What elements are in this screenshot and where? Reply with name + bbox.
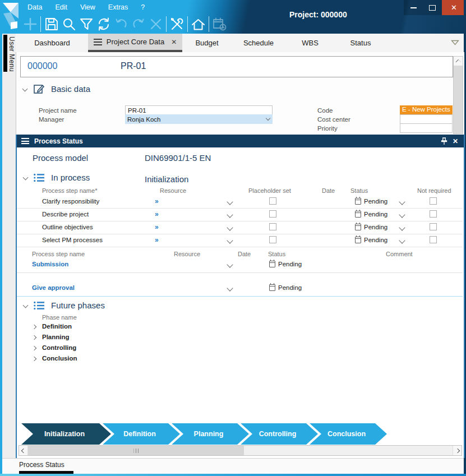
tools-button[interactable] <box>168 16 186 33</box>
app-logo-icon <box>1 1 22 32</box>
collapse-chevron-icon[interactable] <box>22 86 28 92</box>
resource-dropdown-icon[interactable] <box>227 261 233 267</box>
collapse-chevron-icon[interactable] <box>23 175 29 181</box>
tab-status[interactable]: Status <box>335 34 386 52</box>
resource-dropdown-icon[interactable] <box>227 198 233 205</box>
horizontal-scrollbar[interactable] <box>19 445 462 456</box>
status-field[interactable]: Pending <box>355 197 387 205</box>
tab-label: Budget <box>195 39 218 47</box>
expand-chevron-icon[interactable] <box>32 325 36 329</box>
bottom-tab-process-status[interactable]: Process Status <box>19 461 64 469</box>
vertical-scrollbar[interactable] <box>453 56 463 134</box>
status-dropdown-icon[interactable] <box>399 224 405 230</box>
panel-menu-icon[interactable] <box>21 137 29 146</box>
minimize-icon <box>410 7 417 8</box>
resource-link-icon[interactable]: » <box>155 236 159 244</box>
cost-center-input[interactable] <box>400 114 453 124</box>
flow-phase-controlling[interactable]: Controlling <box>241 423 318 445</box>
scrollbar-thumb[interactable] <box>454 66 463 133</box>
cancel-button[interactable] <box>147 16 164 33</box>
resource-link-icon[interactable]: » <box>155 223 159 231</box>
placeholder-checkbox[interactable] <box>269 197 276 205</box>
flow-phase-initialization[interactable]: Initialization <box>21 423 111 445</box>
menu-data[interactable]: Data <box>25 3 45 12</box>
status-dropdown-icon[interactable] <box>399 237 405 243</box>
redo-button[interactable] <box>130 16 147 33</box>
resource-dropdown-icon[interactable] <box>227 285 233 291</box>
panel-header[interactable]: Process Status ✕ <box>17 135 464 147</box>
resource-link-icon[interactable]: » <box>155 197 159 205</box>
status-field[interactable]: Pending <box>269 284 302 291</box>
tab-overflow-icon[interactable] <box>451 40 459 45</box>
search-button[interactable] <box>60 16 77 33</box>
add-button[interactable] <box>21 16 39 33</box>
priority-input[interactable] <box>400 123 453 133</box>
expand-chevron-icon[interactable] <box>32 346 36 350</box>
not-required-checkbox[interactable] <box>430 197 437 205</box>
status-dropdown-icon[interactable] <box>399 211 405 218</box>
project-core-data-view: 000000 PR-01 Basic data Project name Man… <box>16 52 464 135</box>
menu-extras[interactable]: Extras <box>105 3 131 12</box>
home-button[interactable] <box>190 16 207 33</box>
maximize-button[interactable] <box>423 0 442 15</box>
not-required-checkbox[interactable] <box>430 210 437 218</box>
tab-label: WBS <box>302 39 319 47</box>
resource-link-icon[interactable]: » <box>155 210 159 218</box>
tab-dashboard[interactable]: Dashboard <box>24 34 80 52</box>
status-dropdown-icon[interactable] <box>399 198 405 205</box>
collapse-chevron-icon[interactable] <box>23 303 29 308</box>
flow-phase-definition[interactable]: Definition <box>103 423 180 445</box>
tab-menu-icon[interactable] <box>94 37 102 47</box>
save-button[interactable] <box>43 16 60 33</box>
status-field[interactable]: Pending <box>355 236 387 243</box>
flow-phase-conclusion[interactable]: Conclusion <box>310 423 387 445</box>
tab-wbs[interactable]: WBS <box>285 34 335 52</box>
close-button[interactable]: ✕ <box>442 0 466 15</box>
menu-edit[interactable]: Edit <box>52 3 70 12</box>
not-required-checkbox[interactable] <box>430 223 437 230</box>
resource-dropdown-icon[interactable] <box>227 211 233 218</box>
user-menu-strip[interactable]: User Menu <box>2 34 16 474</box>
undo-icon <box>114 17 128 31</box>
refresh-button[interactable] <box>95 16 112 33</box>
placeholder-checkbox[interactable] <box>269 223 276 230</box>
calendar-clock-button[interactable] <box>211 16 228 33</box>
filter-button[interactable] <box>77 16 95 33</box>
tab-label: Dashboard <box>34 39 70 47</box>
not-required-checkbox[interactable] <box>430 236 437 243</box>
tab-close-icon[interactable]: ✕ <box>171 38 177 46</box>
list-icon <box>34 173 45 182</box>
scroll-right-button[interactable] <box>453 446 462 455</box>
code-badge[interactable]: E - New Projects <box>400 105 453 114</box>
scroll-left-button[interactable] <box>19 446 28 455</box>
undo-button[interactable] <box>112 16 130 33</box>
project-number: 000000 <box>27 61 57 71</box>
status-field[interactable]: Pending <box>355 223 387 230</box>
status-field[interactable]: Pending <box>355 210 387 218</box>
scroll-up-button[interactable] <box>454 57 463 66</box>
placeholder-checkbox[interactable] <box>269 210 276 218</box>
toolbar-separator <box>209 16 209 32</box>
project-name-input[interactable] <box>125 105 273 115</box>
pin-icon[interactable] <box>441 137 447 145</box>
milestone-link[interactable]: Give approval <box>32 284 75 291</box>
milestone-link[interactable]: Submission <box>32 261 68 267</box>
resource-dropdown-icon[interactable] <box>227 237 233 243</box>
window-controls: ✕ <box>404 0 466 15</box>
menu-view[interactable]: View <box>77 3 98 12</box>
menu-help[interactable]: ? <box>138 3 147 12</box>
resource-dropdown-icon[interactable] <box>227 224 233 230</box>
tab-budget[interactable]: Budget <box>182 34 232 52</box>
process-status-panel: Process Status ✕ Process model DIN69901/… <box>16 135 465 458</box>
expand-chevron-icon[interactable] <box>32 357 36 361</box>
minimize-button[interactable] <box>404 0 423 15</box>
panel-close-icon[interactable]: ✕ <box>453 137 458 145</box>
flow-phase-planning[interactable]: Planning <box>172 423 249 445</box>
placeholder-checkbox[interactable] <box>269 236 276 243</box>
tab-schedule[interactable]: Schedule <box>232 34 285 52</box>
expand-chevron-icon[interactable] <box>32 335 36 340</box>
scrollbar-thumb[interactable] <box>28 446 244 455</box>
status-field[interactable]: Pending <box>269 260 302 267</box>
manager-select[interactable]: Ronja Koch <box>125 114 273 124</box>
tab-project-core-data[interactable]: Project Core Data ✕ <box>88 34 182 52</box>
